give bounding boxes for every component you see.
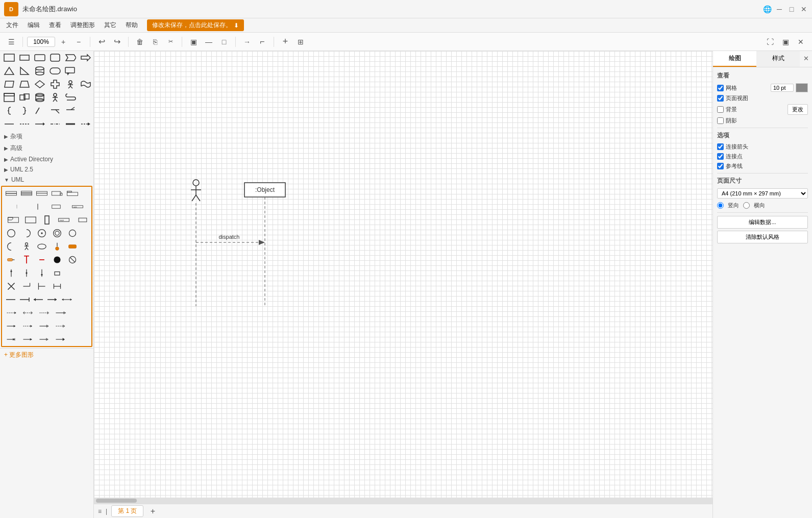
close-panel-btn[interactable]: ✕ [794, 35, 808, 49]
sidebar-toggle-btn[interactable]: ☰ [4, 35, 18, 49]
menu-view[interactable]: 查看 [45, 20, 65, 31]
sidebar-info-toggle[interactable]: ≡ [98, 508, 102, 515]
shape-trapezoid[interactable] [17, 78, 32, 90]
shape-parallelogram[interactable] [2, 78, 16, 90]
shadow-checkbox[interactable] [717, 117, 724, 124]
category-misc[interactable]: ▶ 杂项 [0, 131, 93, 142]
shape-brace-left[interactable] [2, 105, 16, 117]
category-advanced[interactable]: ▶ 高级 [0, 142, 93, 154]
uml-junction3[interactable] [35, 267, 49, 279]
waypoint-btn[interactable]: ⌐ [255, 35, 269, 49]
shape-cylinder[interactable] [33, 65, 47, 77]
uml-dashed-line1[interactable] [4, 307, 19, 319]
shape-rect[interactable] [2, 52, 16, 64]
uml-dashed-line4[interactable] [53, 307, 68, 319]
uml-fork[interactable] [19, 254, 34, 266]
table-btn[interactable]: ⊞ [293, 35, 308, 49]
shape-diagonal3[interactable] [63, 105, 78, 117]
uml-provided[interactable] [50, 240, 64, 253]
uml-class-wide[interactable] [35, 187, 49, 200]
uml-final-arrow2[interactable] [20, 333, 36, 346]
uml-box[interactable] [46, 201, 66, 213]
uml-frame1[interactable] [4, 214, 22, 226]
menu-file[interactable]: 文件 [2, 20, 22, 31]
menu-help[interactable]: 帮助 [121, 20, 142, 31]
uml-circle-ring[interactable] [50, 227, 64, 239]
background-checkbox[interactable] [717, 106, 724, 113]
uml-terminate[interactable] [65, 254, 80, 266]
shape-database[interactable] [33, 91, 47, 104]
shape-brace-right[interactable] [17, 105, 32, 117]
uml-dot-circle[interactable] [35, 227, 49, 239]
shape-scroll[interactable] [63, 91, 78, 104]
sidebar-scroll-area[interactable]: ▶ 杂项 ▶ 高级 ▶ Active Directory ▶ UML 2.5 ▼… [0, 51, 93, 518]
uml-required[interactable] [65, 240, 80, 253]
uml-bar[interactable] [35, 254, 49, 266]
cut-btn[interactable]: ✂ [163, 35, 178, 49]
uml-junction1[interactable] [4, 267, 18, 279]
add-shapes-btn[interactable]: + 更多图形 [0, 348, 93, 361]
add-page-btn[interactable]: + [147, 506, 158, 516]
uml-package[interactable] [65, 187, 80, 200]
grid-value-input[interactable] [771, 84, 794, 92]
uml-arrow-v2[interactable] [20, 320, 36, 332]
uml-rect-small[interactable] [50, 267, 64, 279]
uml-line-arrow-r[interactable] [45, 293, 58, 306]
clear-style-btn[interactable]: 清除默认风格 [717, 231, 808, 243]
uml-circle2[interactable] [65, 227, 80, 239]
uml-circle[interactable] [4, 227, 18, 239]
edit-data-btn[interactable]: 编辑数据... [717, 216, 808, 229]
shape-line-thick[interactable] [63, 118, 78, 130]
zoom-in-btn[interactable]: + [56, 35, 70, 49]
shape-chevron[interactable] [63, 52, 78, 64]
close-button[interactable]: ✕ [800, 5, 808, 13]
uml-dashed-line3[interactable] [37, 307, 52, 319]
background-change-btn[interactable]: 更改 [788, 104, 808, 115]
category-uml25[interactable]: ▶ UML 2.5 [0, 164, 93, 175]
line-color-btn[interactable]: — [202, 35, 216, 49]
uml-corner2[interactable] [35, 280, 49, 292]
fullscreen-btn[interactable]: ⛶ [763, 35, 777, 49]
uml-dashed-line2[interactable] [20, 307, 36, 319]
undo-btn[interactable]: ↩ [94, 35, 109, 49]
page-size-select[interactable]: A4 (210 mm × 297 mm) [717, 188, 808, 199]
shape-line-dashed[interactable] [17, 118, 32, 130]
menu-other[interactable]: 其它 [100, 20, 120, 31]
shape-line-double[interactable] [48, 118, 62, 130]
redo-btn[interactable]: ↪ [110, 35, 124, 49]
unsaved-button[interactable]: 修改未保存，点击此处保存。 ⬇ [147, 19, 244, 31]
connection-btn[interactable]: → [240, 35, 254, 49]
shape-person[interactable] [63, 78, 78, 90]
frame-btn[interactable]: □ [217, 35, 231, 49]
uml-tee[interactable] [50, 280, 64, 292]
uml-frame2[interactable] [23, 214, 38, 226]
shape-cross[interactable] [48, 78, 62, 90]
grid-checkbox[interactable] [717, 85, 724, 91]
shape-diamond[interactable] [33, 78, 47, 90]
fill-color-btn[interactable]: ▣ [186, 35, 201, 49]
shape-diagonal2[interactable] [48, 105, 62, 117]
uml-filled-circle[interactable] [50, 254, 64, 266]
zoom-out-btn[interactable]: − [71, 35, 86, 49]
uml-final-arrow3[interactable] [37, 333, 52, 346]
shape-callout[interactable] [63, 65, 78, 77]
uml-class-header[interactable] [4, 187, 18, 200]
uml-arrow-v1[interactable] [4, 320, 19, 332]
page-tab[interactable]: 第 1 页 [111, 505, 143, 517]
uml-lifeline2[interactable] [31, 201, 45, 213]
uml-line-plain[interactable] [4, 293, 17, 306]
panel-btn[interactable]: ▣ [778, 35, 793, 49]
uml-arrow-v4[interactable] [53, 320, 68, 332]
actor-figure[interactable] [191, 180, 201, 201]
connect-arrows-checkbox[interactable] [717, 143, 724, 150]
shape-rect-group[interactable] [17, 91, 32, 104]
uml-corner1[interactable] [19, 280, 34, 292]
restore-button[interactable]: □ [788, 5, 796, 13]
tab-style[interactable]: 样式 [756, 51, 800, 67]
landscape-radio[interactable] [743, 202, 750, 209]
shape-rect4[interactable] [48, 52, 62, 64]
uml-activation[interactable] [39, 214, 54, 226]
menu-edit[interactable]: 编辑 [23, 20, 44, 31]
canvas-hscrollbar[interactable] [94, 498, 712, 504]
globe-button[interactable]: 🌐 [763, 5, 771, 13]
